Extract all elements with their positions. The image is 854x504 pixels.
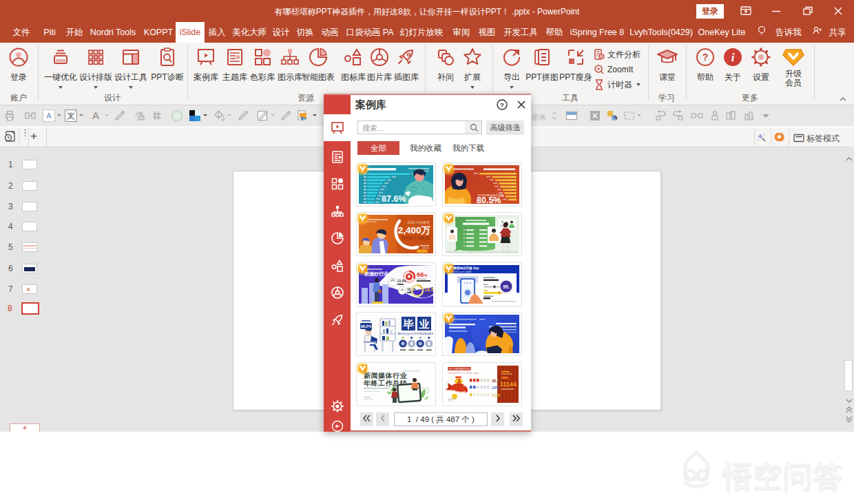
- svg-text:i: i: [731, 51, 735, 64]
- svg-text:13.4%: 13.4%: [397, 280, 406, 283]
- svg-text:%: %: [424, 273, 428, 277]
- svg-text:2,400万: 2,400万: [398, 225, 431, 235]
- svg-text:2020年秋季水产行情分析（重点）: 2020年秋季水产行情分析（重点）: [448, 372, 481, 375]
- svg-text:?: ?: [702, 52, 709, 63]
- svg-text:80.5%: 80.5%: [477, 196, 501, 204]
- svg-text:A: A: [92, 109, 99, 121]
- svg-text:66: 66: [417, 271, 424, 278]
- svg-text:淡水鱼市场个品类销量和价格走势报告: 淡水鱼市场个品类销量和价格走势报告: [445, 367, 479, 370]
- svg-text:87.6%: 87.6%: [382, 194, 406, 204]
- svg-text:2020 中国将有: 2020 中国将有: [407, 220, 430, 225]
- svg-text:?: ?: [500, 101, 504, 109]
- svg-text:4.3%: 4.3%: [492, 393, 501, 397]
- svg-text:38.3%: 38.3%: [492, 379, 503, 383]
- svg-text:13%: 13%: [492, 386, 499, 390]
- svg-text:A: A: [46, 112, 52, 120]
- svg-text:毕: 毕: [403, 318, 414, 330]
- svg-text:业: 业: [419, 318, 430, 330]
- svg-text:95.: 95.: [503, 284, 510, 289]
- svg-text:面向毕业生OOTF中高端职业教育: 面向毕业生OOTF中高端职业教育: [397, 332, 433, 335]
- svg-text:男性找不到配偶: 男性找不到配偶: [400, 235, 430, 241]
- svg-text:18.5: 18.5: [424, 287, 433, 292]
